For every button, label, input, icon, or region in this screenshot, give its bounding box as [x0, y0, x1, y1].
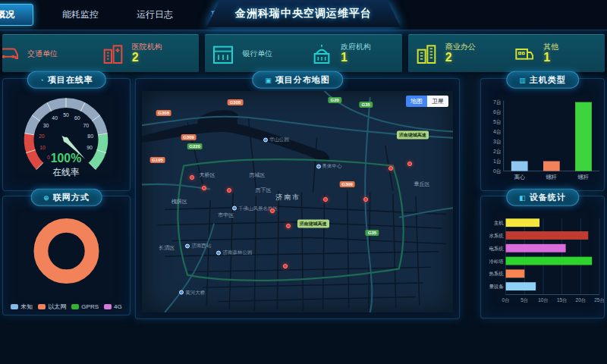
stat-value: 2: [132, 51, 162, 64]
legend-label: 4G: [114, 303, 122, 310]
legend-swatch: [71, 304, 79, 309]
project-marker[interactable]: [286, 224, 291, 228]
office-icon: [414, 42, 439, 66]
city-label: 济南市: [275, 193, 300, 202]
legend-item[interactable]: 4G: [104, 303, 122, 311]
bank-icon: [211, 42, 235, 66]
svg-text:冷却塔: 冷却塔: [489, 259, 504, 265]
gauge-chart: 0102030405060708090100%在线率: [3, 89, 130, 190]
road-badge: G35: [360, 102, 373, 108]
legend-item[interactable]: 未知: [11, 303, 33, 311]
host-type-chart: 0台1台2台3台4台5台6台7台离心螺杆螺杆: [481, 93, 604, 190]
legend-label: 未知: [20, 303, 33, 311]
svg-text:在线率: 在线率: [52, 167, 80, 177]
poi-label: 华山公园: [263, 136, 289, 143]
network-legend: 未知以太网GPRS4G: [3, 303, 130, 311]
poi-icon: [216, 250, 221, 255]
svg-text:40: 40: [52, 115, 58, 121]
stat-card: 交通单位医院机构2: [2, 34, 199, 72]
svg-text:2台: 2台: [493, 149, 502, 155]
panel-host-type: ▥主机类型 0台1台2台3台4台5台6台7台离心螺杆螺杆: [480, 78, 605, 191]
poi-icon: [232, 206, 237, 211]
road-badge: 济南绕城高速: [397, 131, 429, 140]
svg-text:80: 80: [87, 133, 93, 139]
svg-text:4台: 4台: [493, 129, 502, 135]
top-navbar: 概况能耗监控运行日志项目列表视频监控 金洲科瑞中央空调运维平台: [0, 0, 607, 30]
stat-item: 政府机构1: [304, 35, 402, 72]
title-box: 金洲科瑞中央空调运维平台: [206, 0, 401, 27]
page-title: 金洲科瑞中央空调运维平台: [206, 0, 401, 27]
panel-online-rate: ◔项目在线率 0102030405060708090100%在线率: [2, 78, 131, 191]
stat-value: 2: [445, 51, 476, 64]
panel-device-stats: ◧设备统计 0台5台10台15台20台25台主机水系统电系统冷却塔热系统量设备: [480, 196, 605, 318]
project-marker[interactable]: [363, 197, 368, 202]
stat-label: 医院机构: [132, 42, 162, 52]
panel-host-type-header: ▥主机类型: [506, 71, 579, 89]
district-label: 天桥区: [200, 171, 215, 179]
legend-swatch: [104, 304, 112, 309]
project-marker[interactable]: [270, 209, 275, 213]
map-mode-button[interactable]: 地图: [406, 96, 427, 107]
stat-card: 银行单位政府机构1: [205, 34, 401, 72]
stat-value: 1: [543, 51, 558, 64]
legend-swatch: [11, 304, 18, 309]
legend-swatch: [38, 304, 46, 309]
stat-item: 医院机构2: [95, 35, 200, 72]
svg-text:量设备: 量设备: [489, 284, 504, 290]
project-marker[interactable]: [388, 166, 393, 171]
stat-item: 其他1: [506, 35, 605, 72]
svg-text:15台: 15台: [557, 297, 568, 303]
poi-icon: [316, 164, 321, 168]
svg-text:水系统: 水系统: [489, 233, 504, 239]
nav-tab[interactable]: 能耗监控: [53, 4, 108, 26]
svg-text:电系统: 电系统: [489, 246, 504, 252]
map-icon: ▣: [265, 77, 272, 84]
stat-item: 交通单位: [2, 35, 95, 72]
poi-label: 奥体中心: [316, 163, 342, 170]
panel-network-header: ⊕联网方式: [30, 189, 102, 206]
legend-label: 以太网: [48, 303, 66, 311]
panel-network: ⊕联网方式 未知以太网GPRS4G: [2, 196, 131, 315]
road-badge: G105: [149, 157, 165, 163]
svg-text:0: 0: [47, 155, 50, 160]
government-icon: [310, 42, 334, 66]
svg-text:0台: 0台: [502, 297, 510, 303]
project-marker[interactable]: [407, 162, 412, 166]
panel-map-header: ▣项目分布地图: [252, 71, 343, 89]
poi-icon: [263, 137, 268, 142]
svg-text:90: 90: [86, 145, 93, 150]
nav-tab[interactable]: 概况: [0, 4, 33, 26]
legend-item[interactable]: 以太网: [38, 303, 66, 311]
poi-label: 黄河大桥: [179, 289, 205, 296]
district-label: 市中区: [218, 212, 234, 219]
svg-text:主机: 主机: [494, 220, 504, 225]
map-canvas[interactable]: 地图 卫星 G308G309G308G105G309G220G20G35G35济…: [142, 91, 453, 312]
stat-value: 1: [341, 51, 371, 64]
project-marker[interactable]: [323, 197, 328, 202]
hospital-icon: [101, 42, 125, 66]
project-marker[interactable]: [227, 188, 231, 193]
district-label: 槐荫区: [171, 198, 187, 206]
road-badge: G20: [329, 97, 341, 103]
svg-text:1台: 1台: [493, 158, 502, 165]
svg-text:60: 60: [74, 115, 80, 121]
svg-text:10: 10: [39, 145, 46, 150]
panel-device-stats-header: ◧设备统计: [506, 189, 579, 206]
satellite-mode-button[interactable]: 卫星: [427, 96, 448, 107]
road-badge: G220: [187, 143, 203, 149]
svg-text:30: 30: [43, 123, 49, 128]
donut-chart: [3, 207, 130, 297]
svg-text:10台: 10台: [538, 297, 549, 303]
legend-item[interactable]: GPRS: [71, 303, 99, 311]
svg-text:3台: 3台: [493, 139, 502, 145]
project-marker[interactable]: [202, 186, 206, 190]
road-badge: G309: [181, 134, 197, 140]
svg-text:20台: 20台: [576, 297, 587, 303]
project-marker[interactable]: [190, 175, 194, 180]
nav-tab[interactable]: 运行日志: [127, 4, 182, 26]
road-badge: 济南绕城高速: [297, 220, 329, 228]
district-label: 历城区: [249, 171, 265, 179]
project-marker[interactable]: [283, 264, 288, 268]
device-icon: ◧: [519, 194, 527, 202]
district-label: 章丘区: [414, 180, 430, 188]
